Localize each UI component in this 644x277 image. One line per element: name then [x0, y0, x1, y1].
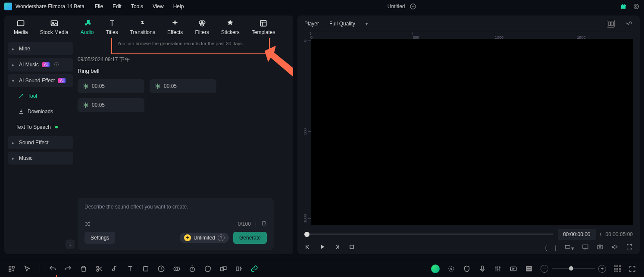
text-tool-icon[interactable]: [126, 265, 134, 273]
prev-frame-button[interactable]: [304, 243, 311, 252]
clip-list: 00:05 00:05 00:05: [78, 79, 285, 112]
help-icon[interactable]: ?: [218, 234, 225, 241]
display-icon[interactable]: [582, 243, 589, 252]
audio-clip[interactable]: 00:05: [78, 98, 144, 112]
settings-button[interactable]: Settings: [84, 232, 115, 244]
sidebar-tool[interactable]: Tool: [8, 90, 73, 103]
sidebar-music[interactable]: ▸Music: [8, 152, 73, 165]
undo-icon[interactable]: [49, 265, 56, 273]
collapse-sidebar-button[interactable]: ‹: [66, 240, 75, 249]
marker-icon[interactable]: [447, 265, 455, 273]
ai-assistant-icon[interactable]: [431, 265, 440, 273]
snapshot-icon[interactable]: [597, 243, 603, 252]
info-icon[interactable]: ⓘ: [53, 61, 60, 68]
shuffle-icon[interactable]: [84, 221, 91, 227]
tab-titles[interactable]: Titles: [106, 19, 118, 35]
color-icon[interactable]: [173, 265, 181, 273]
tab-templates[interactable]: Templates: [252, 19, 275, 35]
settings-gear-icon[interactable]: [633, 3, 640, 10]
trash-icon[interactable]: [261, 220, 267, 227]
redo-icon[interactable]: [64, 265, 72, 273]
cut-icon[interactable]: [95, 265, 103, 273]
link-icon[interactable]: [250, 265, 258, 273]
caret-down-icon: ▾: [12, 78, 16, 83]
apps-icon[interactable]: [8, 265, 16, 273]
preview-stage[interactable]: [311, 39, 633, 225]
aspect-ratio-icon[interactable]: ▾: [564, 243, 574, 252]
svg-point-8: [88, 22, 91, 25]
svg-point-4: [635, 6, 637, 7]
zoom-knob[interactable]: [569, 266, 573, 271]
svg-rect-39: [526, 268, 531, 270]
fit-timeline-icon[interactable]: [628, 265, 636, 273]
quality-dropdown[interactable]: Full Quality▾: [329, 21, 368, 27]
tab-effects[interactable]: Effects: [167, 19, 183, 35]
sidebar-ai-sound-effect[interactable]: ▾AI Sound EffectAI: [8, 74, 73, 87]
svg-rect-5: [18, 21, 24, 26]
keyframe-icon[interactable]: [235, 265, 243, 273]
delete-icon[interactable]: [80, 265, 88, 273]
progress-knob[interactable]: [304, 232, 309, 237]
unlimited-pill[interactable]: + Unlimited ?: [180, 233, 229, 243]
pointer-icon[interactable]: [23, 265, 31, 273]
generate-button[interactable]: Generate: [233, 232, 267, 244]
prompt-input[interactable]: Describe the sound effect you want to cr…: [84, 204, 267, 212]
sidebar-sound-effect[interactable]: ▸Sound Effect: [8, 136, 73, 149]
zoom-out-button[interactable]: −: [541, 265, 548, 273]
menu-edit[interactable]: Edit: [113, 3, 122, 9]
scopes-icon[interactable]: [625, 20, 633, 28]
timer-icon[interactable]: [188, 265, 196, 273]
tab-media[interactable]: Media: [14, 19, 28, 35]
app-title: Wondershare Filmora 14 Beta: [16, 3, 84, 9]
sidebar-mine[interactable]: ▸Mine: [8, 42, 73, 55]
svg-rect-2: [621, 5, 626, 6]
render-icon[interactable]: [510, 265, 517, 273]
timeline-grid-icon[interactable]: [614, 265, 621, 272]
tab-stickers[interactable]: Stickers: [221, 19, 240, 35]
mask-icon[interactable]: [204, 265, 212, 273]
next-frame-button[interactable]: [334, 243, 341, 252]
speed-icon[interactable]: [157, 265, 165, 273]
layout-compare-icon[interactable]: [607, 20, 615, 28]
gift-icon[interactable]: [620, 3, 627, 10]
menu-tools[interactable]: Tools: [131, 3, 143, 9]
mark-out-icon[interactable]: }: [555, 244, 556, 251]
stop-button[interactable]: [348, 243, 355, 252]
zoom-slider[interactable]: [552, 268, 595, 269]
tab-audio[interactable]: Audio: [81, 19, 94, 35]
group-icon[interactable]: [219, 265, 227, 273]
titles-icon: [108, 19, 116, 28]
main-menu: File Edit Tools View Help: [95, 3, 184, 9]
menu-help[interactable]: Help: [173, 3, 184, 9]
audio-clip[interactable]: 00:05: [78, 79, 144, 93]
volume-icon[interactable]: [611, 243, 618, 252]
document-title[interactable]: Untitled: [388, 3, 405, 9]
ai-badge: AI: [58, 78, 66, 83]
zoom-in-button[interactable]: +: [598, 265, 606, 273]
progress-bar[interactable]: [304, 233, 553, 235]
mark-in-icon[interactable]: {: [545, 244, 547, 251]
effects-icon: [171, 19, 179, 28]
sidebar-ai-music[interactable]: ▸AI MusicAIⓘ: [8, 58, 73, 72]
timeline-playhead[interactable]: [56, 275, 57, 277]
tab-stock-media[interactable]: Stock Media: [40, 19, 69, 35]
tab-transitions[interactable]: Transitions: [130, 19, 155, 35]
crop-icon[interactable]: [142, 265, 150, 273]
sidebar-text-to-speech[interactable]: Text To Speech: [8, 121, 73, 134]
tab-filters[interactable]: Filters: [195, 19, 209, 35]
waveform-icon: [155, 84, 159, 89]
fullscreen-icon[interactable]: [626, 243, 633, 252]
audio-edit-icon[interactable]: [111, 265, 119, 273]
tracks-icon[interactable]: [525, 265, 533, 273]
mic-icon[interactable]: [478, 265, 486, 273]
menu-view[interactable]: View: [153, 3, 164, 9]
audio-clip[interactable]: 00:05: [150, 79, 216, 93]
cloud-sync-icon[interactable]: [410, 3, 416, 10]
menu-file[interactable]: File: [95, 3, 103, 9]
bottom-toolbar: − +: [0, 260, 644, 277]
sidebar-downloads[interactable]: Downloads: [8, 105, 73, 118]
mixer-icon[interactable]: [494, 265, 502, 273]
play-button[interactable]: [319, 243, 326, 252]
svg-rect-38: [526, 266, 531, 268]
shield-icon[interactable]: [463, 265, 471, 273]
